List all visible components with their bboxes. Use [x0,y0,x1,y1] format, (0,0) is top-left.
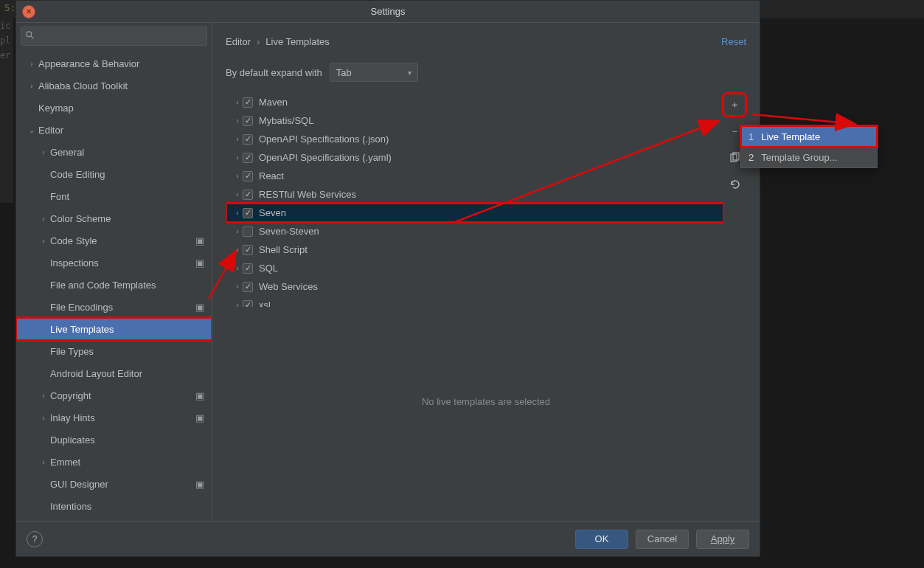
close-button[interactable]: ✕ [22,5,35,18]
group-row-seven-steven[interactable]: ›Seven-Steven [226,222,723,240]
expand-key-dropdown[interactable]: Tab ▾ [330,63,418,82]
tree-item-android-layout-editor[interactable]: Android Layout Editor [16,362,212,384]
expand-icon[interactable]: › [25,82,38,90]
tree-item-label: Duplicates [50,434,95,446]
expand-icon[interactable]: ⌄ [25,126,38,134]
group-row-web-services[interactable]: ›Web Services [226,277,723,296]
tree-item-duplicates[interactable]: Duplicates [16,429,212,451]
tree-item-general[interactable]: ›General [16,141,212,163]
tree-item-appearance-behavior[interactable]: ›Appearance & Behavior [16,52,212,75]
background-gutter: icpler [0,18,13,203]
tree-item-code-editing[interactable]: Code Editing [16,163,212,185]
tree-item-file-and-code-templates[interactable]: File and Code Templates [16,274,212,296]
tree-item-font[interactable]: Font [16,185,212,207]
chevron-right-icon[interactable]: › [232,190,243,198]
chevron-right-icon[interactable]: › [232,153,243,162]
group-label: SQL [259,263,278,274]
tree-item-code-style[interactable]: ›Code Style▣ [16,229,212,252]
expand-icon[interactable]: › [37,458,50,466]
tree-item-label: Android Layout Editor [50,368,142,379]
tree-item-inlay-hints[interactable]: ›Inlay Hints▣ [16,406,212,429]
cancel-button[interactable]: Cancel [636,530,689,549]
add-button[interactable]: ＋ [726,96,743,114]
tree-item-intentions[interactable]: Intentions [16,495,212,517]
expand-icon[interactable]: › [37,215,50,223]
tree-item-file-types[interactable]: File Types [16,340,212,362]
group-row-mybatis-sql[interactable]: ›Mybatis/SQL [226,111,723,130]
tree-item-live-templates[interactable]: Live Templates [16,318,212,340]
template-groups-list[interactable]: ›Maven›Mybatis/SQL›OpenAPI Specification… [226,93,723,307]
line-number: 5: [4,2,16,13]
expand-icon[interactable]: › [37,414,50,422]
expand-icon[interactable]: › [37,237,50,245]
group-checkbox[interactable] [243,226,253,237]
group-row-seven[interactable]: ›Seven [226,204,723,222]
group-checkbox[interactable] [243,153,253,163]
group-row-openapi-specifications-yaml-[interactable]: ›OpenAPI Specifications (.yaml) [226,148,723,167]
chevron-right-icon[interactable]: › [232,264,243,272]
group-checkbox[interactable] [243,245,253,255]
ok-button[interactable]: OK [575,530,628,549]
tree-item-color-scheme[interactable]: ›Color Scheme [16,207,212,229]
tree-item-label: Intentions [50,501,91,512]
settings-dialog: ✕ Settings ›Appearance & Behavior›Alibab… [15,0,760,557]
tree-item-label: Inspections [50,257,99,269]
tree-item-file-encodings[interactable]: File Encodings▣ [16,296,212,318]
expand-icon[interactable]: › [37,392,50,400]
revert-button[interactable] [726,176,743,193]
tree-item-label: Emmet [50,457,80,468]
group-checkbox[interactable] [243,190,253,200]
add-popup-menu[interactable]: 1Live Template2Template Group... [740,125,878,168]
group-checkbox[interactable] [243,116,253,126]
chevron-right-icon[interactable]: › [232,98,243,106]
group-row-xsl[interactable]: ›xsl [226,296,723,307]
settings-tree-pane: ›Appearance & Behavior›Alibaba Cloud Too… [16,23,212,521]
group-row-shell-script[interactable]: ›Shell Script [226,240,723,259]
group-label: Web Services [259,281,318,292]
expand-icon[interactable]: › [25,60,38,68]
group-checkbox[interactable] [243,263,253,274]
chevron-right-icon[interactable]: › [232,172,243,180]
reset-link[interactable]: Reset [721,36,746,47]
chevron-right-icon[interactable]: › [232,135,243,143]
gear-icon: ▣ [195,257,204,269]
group-checkbox[interactable] [243,134,253,145]
breadcrumb-root[interactable]: Editor [226,36,251,47]
tree-item-label: Alibaba Cloud Toolkit [38,80,128,91]
tree-item-inspections[interactable]: Inspections▣ [16,252,212,274]
group-row-maven[interactable]: ›Maven [226,93,723,111]
apply-button[interactable]: Apply [696,530,749,549]
group-row-openapi-specifications-json-[interactable]: ›OpenAPI Specifications (.json) [226,130,723,148]
tree-item-emmet[interactable]: ›Emmet [16,451,212,473]
tree-item-alibaba-cloud-toolkit[interactable]: ›Alibaba Cloud Toolkit [16,75,212,97]
chevron-right-icon[interactable]: › [232,227,243,235]
group-row-restful-web-services[interactable]: ›RESTful Web Services [226,185,723,204]
popup-item-template-group-[interactable]: 2Template Group... [741,147,877,167]
chevron-right-icon[interactable]: › [232,301,243,307]
group-checkbox[interactable] [243,97,253,108]
group-checkbox[interactable] [243,282,253,292]
group-checkbox[interactable] [243,208,253,218]
group-label: OpenAPI Specifications (.yaml) [259,152,392,163]
group-row-sql[interactable]: ›SQL [226,259,723,277]
group-row-react[interactable]: ›React [226,167,723,185]
tree-item-editor[interactable]: ⌄Editor [16,119,212,141]
group-checkbox[interactable] [243,300,253,308]
settings-tree[interactable]: ›Appearance & Behavior›Alibaba Cloud Too… [16,49,212,521]
dialog-footer: ? OK Cancel Apply [16,521,760,556]
group-checkbox[interactable] [243,171,253,181]
tree-item-copyright[interactable]: ›Copyright▣ [16,384,212,406]
chevron-right-icon[interactable]: › [232,246,243,254]
chevron-right-icon[interactable]: › [232,209,243,217]
title-bar: ✕ Settings [16,1,760,23]
popup-item-label: Live Template [761,131,820,142]
chevron-right-icon[interactable]: › [232,283,243,291]
help-button[interactable]: ? [27,531,43,547]
tree-item-keymap[interactable]: Keymap [16,97,212,119]
expand-icon[interactable]: › [37,148,50,156]
chevron-right-icon[interactable]: › [232,117,243,125]
group-label: xsl [259,299,271,307]
settings-search-input[interactable] [21,27,207,46]
tree-item-gui-designer[interactable]: GUI Designer▣ [16,473,212,495]
popup-item-live-template[interactable]: 1Live Template [741,126,877,147]
